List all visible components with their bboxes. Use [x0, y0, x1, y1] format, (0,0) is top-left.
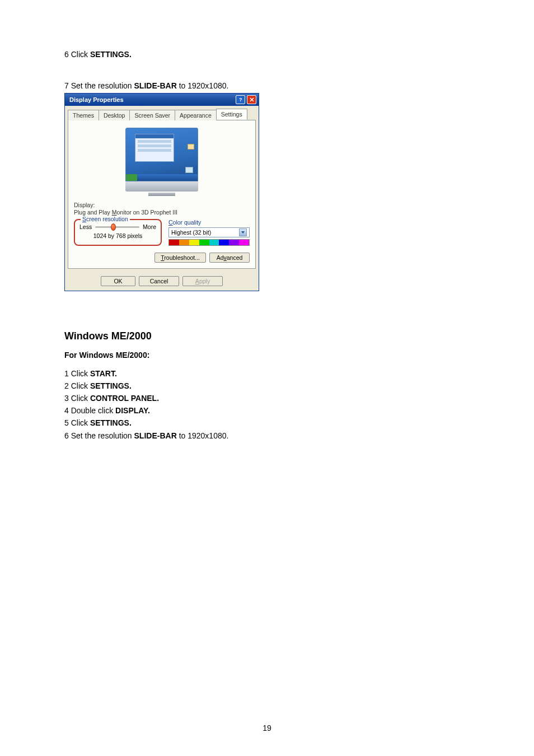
- tab-appearance[interactable]: Appearance: [175, 110, 217, 120]
- tab-themes[interactable]: Themes: [68, 110, 99, 120]
- titlebar: Display Properties ?: [65, 94, 259, 106]
- help-button[interactable]: ?: [236, 95, 245, 104]
- color-quality-group: Color quality Highest (32 bit): [167, 219, 250, 246]
- ok-button[interactable]: OK: [101, 276, 135, 286]
- resolution-value: 1024 by 768 pixels: [79, 232, 156, 239]
- apply-button[interactable]: Apply: [182, 276, 223, 286]
- section-heading-windows-me-2000: Windows ME/2000: [64, 330, 470, 342]
- display-properties-dialog: Display Properties ? Themes Desktop Scre…: [64, 93, 259, 291]
- color-gradient-bar: [168, 239, 250, 246]
- section-sub: For Windows ME/2000:: [64, 350, 470, 360]
- svg-text:?: ?: [239, 97, 242, 102]
- cancel-button[interactable]: Cancel: [139, 276, 179, 286]
- me-step-2: 2 Click SETTINGS.: [64, 381, 470, 391]
- screen-resolution-group: Screen resolution Less More 1024 by 768 …: [74, 219, 162, 246]
- me-step-5: 5 Click SETTINGS.: [64, 418, 470, 428]
- me-step-6: 6 Set the resolution SLIDE-BAR to 1920x1…: [64, 431, 470, 441]
- folder-icon: [188, 144, 194, 150]
- chevron-down-icon: [239, 228, 247, 236]
- advanced-button[interactable]: Advanced: [209, 253, 250, 263]
- instruction-step-7: 7 Set the resolution SLIDE-BAR to 1920x1…: [64, 81, 470, 91]
- tab-settings[interactable]: Settings: [216, 109, 247, 120]
- troubleshoot-button[interactable]: Troubleshoot...: [154, 253, 206, 263]
- monitor-preview: [74, 125, 250, 202]
- me-step-3: 3 Click CONTROL PANEL.: [64, 393, 470, 403]
- display-label: Display:: [74, 202, 250, 208]
- tab-bar: Themes Desktop Screen Saver Appearance S…: [65, 106, 259, 120]
- me-step-4: 4 Double click DISPLAY.: [64, 405, 470, 416]
- window-title: Display Properties: [69, 96, 124, 103]
- close-button[interactable]: [247, 95, 256, 104]
- settings-panel: Display: Plug and Play Monitor on 3D Pro…: [68, 120, 256, 269]
- me-step-1: 1 Click START.: [64, 368, 470, 379]
- color-quality-select[interactable]: Highest (32 bit): [168, 227, 250, 237]
- recycle-bin-icon: [185, 167, 193, 173]
- page-number: 19: [263, 724, 271, 732]
- display-name: Plug and Play Monitor on 3D Prophet III: [74, 209, 250, 216]
- instruction-step-6: 6 Click SETTINGS.: [64, 49, 470, 59]
- resolution-slider[interactable]: Less More: [79, 223, 156, 230]
- dialog-footer: OK Cancel Apply: [65, 272, 259, 291]
- tab-desktop[interactable]: Desktop: [99, 110, 130, 120]
- tab-screen-saver[interactable]: Screen Saver: [129, 110, 175, 120]
